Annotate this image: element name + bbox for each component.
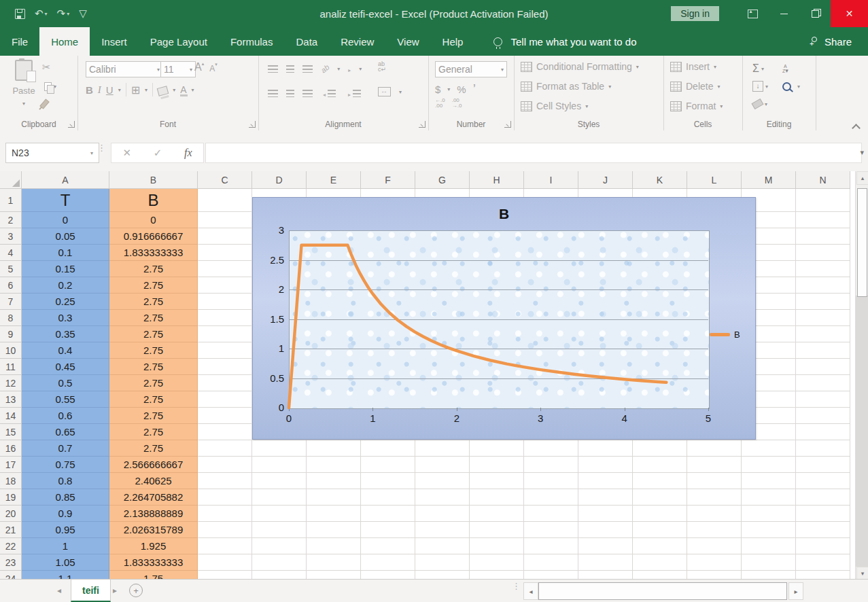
scroll-right-icon[interactable]: ▸ (788, 582, 803, 600)
cell-B11[interactable]: 2.75 (109, 359, 198, 375)
cell-N14[interactable] (796, 408, 850, 424)
cell-K22[interactable] (633, 538, 687, 554)
row-header-11[interactable]: 11 (0, 359, 22, 375)
cell-C18[interactable] (198, 473, 252, 489)
font-name-select[interactable]: Calibri▾ (86, 61, 163, 77)
cell-D17[interactable] (252, 457, 307, 473)
cell-B9[interactable]: 2.75 (109, 326, 198, 342)
cell-F23[interactable] (361, 554, 415, 571)
sign-in-button[interactable]: Sign in (671, 6, 719, 21)
column-header-B[interactable]: B (109, 171, 198, 189)
row-header-17[interactable]: 17 (0, 457, 22, 473)
format-cells-button[interactable]: Format▾ (670, 101, 723, 111)
name-box[interactable]: N23 ▾ (5, 143, 99, 163)
align-left-icon[interactable] (268, 90, 278, 97)
number-dialog-launcher-icon[interactable] (504, 121, 511, 128)
cell-J21[interactable] (578, 522, 633, 538)
column-header-L[interactable]: L (687, 171, 742, 189)
cell-C7[interactable] (198, 294, 252, 310)
column-header-D[interactable]: D (252, 171, 307, 189)
cell-F24[interactable] (361, 571, 415, 579)
cell-K21[interactable] (633, 522, 687, 538)
cell-G21[interactable] (415, 522, 470, 538)
cell-H18[interactable] (470, 473, 524, 489)
share-button[interactable]: Share (810, 27, 852, 56)
cell-J24[interactable] (578, 571, 633, 579)
customize-qat-icon[interactable]: ▽ (79, 7, 87, 20)
undo-icon[interactable]: ↶▾ (35, 7, 48, 20)
column-header-E[interactable]: E (307, 171, 361, 189)
cell-J16[interactable] (578, 440, 633, 457)
fill-color-icon[interactable] (157, 86, 169, 96)
cell-A13[interactable]: 0.55 (22, 391, 109, 408)
cell-H17[interactable] (470, 457, 524, 473)
cell-H20[interactable] (470, 506, 524, 522)
ribbon-tab-page-layout[interactable]: Page Layout (139, 27, 219, 56)
restore-icon[interactable] (799, 0, 831, 27)
chart-legend[interactable]: B (710, 330, 740, 340)
tab-scroll-splitter[interactable]: ⋮ (512, 584, 521, 588)
cell-D24[interactable] (252, 571, 307, 579)
cell-D20[interactable] (252, 506, 307, 522)
decrease-decimal-icon[interactable]: .00 →.0 (452, 98, 462, 109)
cell-B14[interactable]: 2.75 (109, 408, 198, 424)
cell-G19[interactable] (415, 489, 470, 506)
sheet-nav-left-icon[interactable]: ◂ (57, 586, 61, 595)
ribbon-tab-formulas[interactable]: Formulas (219, 27, 285, 56)
text-direction-icon[interactable] (348, 63, 351, 75)
row-header-14[interactable]: 14 (0, 408, 22, 424)
cell-N9[interactable] (796, 326, 850, 342)
cell-F16[interactable] (361, 440, 415, 457)
cell-B19[interactable]: 2.264705882 (109, 489, 198, 506)
cell-B17[interactable]: 2.566666667 (109, 457, 198, 473)
ribbon-tab-review[interactable]: Review (329, 27, 385, 56)
cell-C2[interactable] (198, 212, 252, 228)
ribbon-tab-help[interactable]: Help (431, 27, 475, 56)
accounting-format-icon[interactable] (435, 84, 440, 95)
cell-L21[interactable] (687, 522, 742, 538)
cell-B20[interactable]: 2.138888889 (109, 506, 198, 522)
conditional-formatting-button[interactable]: Conditional Formatting▾ (521, 61, 639, 72)
cell-B16[interactable]: 2.75 (109, 440, 198, 457)
vertical-scrollbar[interactable]: ▴ ▾ (855, 171, 868, 579)
cell-D16[interactable] (252, 440, 307, 457)
cell-J17[interactable] (578, 457, 633, 473)
cell-N19[interactable] (796, 489, 850, 506)
cell-I21[interactable] (524, 522, 578, 538)
cell-N22[interactable] (796, 538, 850, 554)
cell-N11[interactable] (796, 359, 850, 375)
formula-input[interactable] (205, 143, 862, 163)
cell-B23[interactable]: 1.833333333 (109, 554, 198, 571)
cell-A4[interactable]: 0.1 (22, 245, 109, 261)
cell-B5[interactable]: 2.75 (109, 261, 198, 277)
sort-filter-button[interactable]: A Z (780, 61, 810, 76)
italic-icon[interactable] (98, 84, 101, 96)
cell-F20[interactable] (361, 506, 415, 522)
insert-cells-button[interactable]: Insert▾ (670, 61, 716, 72)
cell-I24[interactable] (524, 571, 578, 579)
find-select-button[interactable]: ▾ (780, 79, 810, 94)
cell-L22[interactable] (687, 538, 742, 554)
cell-E23[interactable] (307, 554, 361, 571)
cell-N20[interactable] (796, 506, 850, 522)
cell-A16[interactable]: 0.7 (22, 440, 109, 457)
cell-M24[interactable] (742, 571, 796, 579)
cell-B18[interactable]: 2.40625 (109, 473, 198, 489)
cell-L17[interactable] (687, 457, 742, 473)
cell-H19[interactable] (470, 489, 524, 506)
cell-A17[interactable]: 0.75 (22, 457, 109, 473)
cell-B4[interactable]: 1.833333333 (109, 245, 198, 261)
cell-A18[interactable]: 0.8 (22, 473, 109, 489)
cell-B24[interactable]: 1.75 (109, 571, 198, 579)
ribbon-display-options-icon[interactable] (737, 0, 768, 27)
ribbon-tab-home[interactable]: Home (39, 27, 90, 56)
align-top-icon[interactable] (268, 65, 278, 73)
cell-G22[interactable] (415, 538, 470, 554)
cell-D22[interactable] (252, 538, 307, 554)
cell-H21[interactable] (470, 522, 524, 538)
cell-J22[interactable] (578, 538, 633, 554)
save-icon[interactable] (15, 9, 25, 19)
cell-I20[interactable] (524, 506, 578, 522)
column-header-H[interactable]: H (470, 171, 524, 189)
decrease-indent-icon[interactable] (321, 86, 338, 101)
